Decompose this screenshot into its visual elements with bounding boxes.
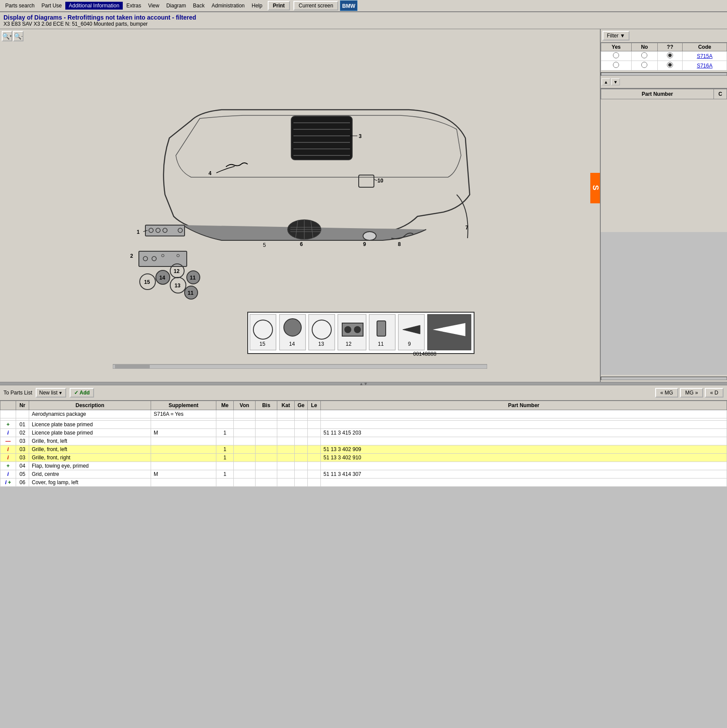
table-row[interactable]: —03Grille, front, left bbox=[0, 437, 727, 445]
cell-kat bbox=[277, 429, 295, 437]
table-row[interactable]: Aerodynamics packageS716A = Yes bbox=[0, 410, 727, 418]
menu-diagram[interactable]: Diagram bbox=[163, 2, 189, 10]
right-panel-scroll-area[interactable] bbox=[601, 232, 727, 375]
main-content: 🔍+ 🔍- bbox=[0, 29, 727, 382]
col2-header: C bbox=[714, 89, 727, 99]
cell-combined-icon: + bbox=[0, 462, 16, 470]
zoom-in-button[interactable]: 🔍+ bbox=[2, 31, 12, 41]
col-description: Description bbox=[29, 401, 151, 410]
nav-buttons: « MG MG » « D bbox=[655, 388, 724, 398]
toolbar-row: To Parts List New list ▼ ✓ Add « MG MG »… bbox=[0, 385, 727, 401]
print-button[interactable]: Print bbox=[268, 1, 290, 10]
orange-sidebar-tab[interactable]: S bbox=[590, 173, 600, 203]
svg-text:9: 9 bbox=[408, 341, 411, 347]
code-link-2[interactable]: S716A bbox=[697, 63, 713, 69]
mg-prev-button[interactable]: « MG bbox=[655, 388, 678, 398]
mg-next-button[interactable]: MG » bbox=[680, 388, 703, 398]
arrow-down[interactable]: ▼ bbox=[611, 78, 620, 85]
table-row[interactable]: i03Grille, front, right151 13 3 402 910 bbox=[0, 454, 727, 462]
cell-me bbox=[216, 410, 234, 418]
filter-no-1[interactable] bbox=[631, 51, 657, 61]
arrow-up[interactable]: ▲ bbox=[602, 78, 610, 85]
table-row[interactable]: i05Grid, centreM151 11 3 414 307 bbox=[0, 470, 727, 479]
menu-view[interactable]: View bbox=[145, 2, 163, 10]
svg-rect-69 bbox=[377, 321, 386, 336]
radio-yes-2[interactable] bbox=[613, 62, 619, 68]
col-supplement: Supplement bbox=[151, 401, 216, 410]
radio-no-2[interactable] bbox=[641, 62, 647, 68]
radio-q-1[interactable] bbox=[667, 52, 673, 58]
cell-me: 1 bbox=[216, 429, 234, 437]
filter-yes-1[interactable] bbox=[601, 51, 632, 61]
cell-nr: 04 bbox=[16, 462, 29, 470]
filter-table: Yes No ?? Code S715A S716A bbox=[601, 43, 727, 71]
filter-no-2[interactable] bbox=[631, 61, 657, 71]
cell-me bbox=[216, 479, 234, 487]
zoom-out-button[interactable]: 🔍- bbox=[13, 31, 24, 41]
cell-supplement: S716A = Yes bbox=[151, 410, 216, 418]
bottom-scrollbar[interactable] bbox=[601, 377, 727, 380]
table-row[interactable]: i02Licence plate base primedM151 11 3 41… bbox=[0, 429, 727, 437]
plus-icon: + bbox=[7, 463, 10, 469]
filter-q-1[interactable] bbox=[657, 51, 682, 61]
cell-combined-icon bbox=[0, 410, 16, 418]
filter-q-2[interactable] bbox=[657, 61, 682, 71]
svg-text:1: 1 bbox=[137, 229, 140, 235]
cell-combined-icon: + bbox=[0, 421, 16, 429]
filter-yes-2[interactable] bbox=[601, 61, 632, 71]
cell-nr bbox=[16, 410, 29, 418]
plus-icon: + bbox=[7, 479, 11, 485]
right-panel-scrollbar[interactable] bbox=[601, 72, 727, 76]
svg-text:3: 3 bbox=[359, 133, 362, 139]
new-list-button[interactable]: New list ▼ bbox=[36, 388, 66, 398]
svg-point-65 bbox=[344, 326, 351, 333]
code-link-1[interactable]: S715A bbox=[697, 53, 713, 59]
diagram-area: 🔍+ 🔍- bbox=[0, 29, 601, 382]
cell-combined-icon: i + bbox=[0, 479, 16, 487]
parts-table: Nr Description Supplement Me Von Bis Kat… bbox=[0, 401, 727, 487]
svg-text:14: 14 bbox=[159, 275, 165, 281]
cell-le bbox=[308, 421, 321, 429]
svg-text:13: 13 bbox=[175, 283, 181, 289]
d-prev-button[interactable]: « D bbox=[705, 388, 724, 398]
filter-button[interactable]: Filter ▼ bbox=[602, 31, 629, 40]
svg-point-59 bbox=[284, 319, 301, 336]
menu-administration[interactable]: Administration bbox=[208, 2, 248, 10]
menu-additional-info[interactable]: Additional Information bbox=[65, 2, 123, 10]
cell-le bbox=[308, 470, 321, 479]
right-panel-arrows: ▲ ▼ bbox=[601, 78, 727, 86]
svg-text:11: 11 bbox=[378, 341, 384, 347]
radio-no-1[interactable] bbox=[641, 52, 647, 58]
cell-nr: 06 bbox=[16, 479, 29, 487]
svg-rect-75 bbox=[113, 364, 487, 369]
filter-row-1: S715A bbox=[601, 51, 727, 61]
table-row[interactable]: +04Flap, towing eye, primed bbox=[0, 462, 727, 470]
menu-help[interactable]: Help bbox=[248, 2, 266, 10]
filter-code-1[interactable]: S715A bbox=[683, 51, 727, 61]
current-screen-button[interactable]: Current screen bbox=[293, 1, 338, 10]
right-panel: Filter ▼ Yes No ?? Code S715A bbox=[601, 29, 727, 382]
svg-text:2: 2 bbox=[130, 253, 133, 259]
table-row[interactable]: i +06Cover, fog lamp, left bbox=[0, 479, 727, 487]
table-row[interactable]: +01Licence plate base primed bbox=[0, 421, 727, 429]
svg-text:14: 14 bbox=[289, 341, 295, 347]
table-row[interactable]: i03Grille, front, left151 13 3 402 909 bbox=[0, 445, 727, 454]
cell-part-number: 51 11 3 414 307 bbox=[321, 470, 727, 479]
cell-von bbox=[234, 429, 256, 437]
add-button[interactable]: ✓ Add bbox=[70, 388, 94, 398]
filter-code-2[interactable]: S716A bbox=[683, 61, 727, 71]
info-icon-red: i bbox=[7, 446, 9, 452]
cell-description: Grille, front, right bbox=[29, 454, 151, 462]
resize-icon: ▲▼ bbox=[359, 381, 368, 386]
resize-handle[interactable]: ▲▼ bbox=[0, 382, 727, 385]
menu-parts-search[interactable]: Parts search bbox=[2, 2, 38, 10]
svg-text:12: 12 bbox=[174, 268, 180, 274]
svg-rect-71 bbox=[398, 314, 424, 350]
cell-ge bbox=[295, 437, 308, 445]
menu-part-use[interactable]: Part Use bbox=[38, 2, 65, 10]
menu-extras[interactable]: Extras bbox=[123, 2, 145, 10]
radio-yes-1[interactable] bbox=[613, 52, 619, 58]
radio-q-2[interactable] bbox=[667, 62, 673, 68]
menu-back[interactable]: Back bbox=[189, 2, 208, 10]
cell-le bbox=[308, 410, 321, 418]
